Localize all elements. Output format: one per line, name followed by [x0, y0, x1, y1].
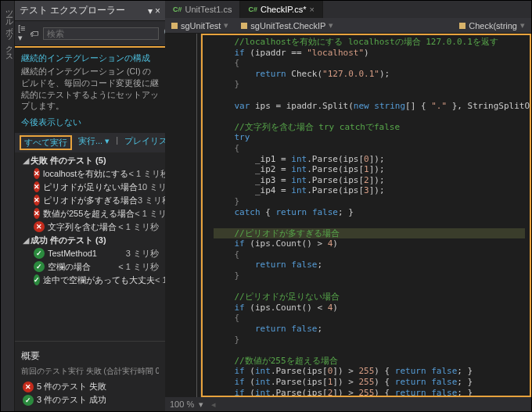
test-explorer-title: テスト エクスプローラー ▾ ×	[15, 1, 165, 21]
breadcrumb-item[interactable]: sgUnitTest ▾	[165, 20, 235, 30]
test-item[interactable]: ✓空欄の場合< 1 ミリ秒	[15, 260, 165, 274]
pass-icon: ✓	[34, 248, 45, 259]
namespace-icon	[171, 23, 178, 29]
test-group[interactable]: ◢ 失敗 件のテスト (5)	[15, 154, 165, 167]
pass-icon: ✓	[34, 261, 45, 272]
csharp-icon: C#	[248, 5, 257, 13]
test-group[interactable]: ◢ 成功 件のテスト (3)	[15, 234, 165, 247]
test-explorer-toolbar: [≡ ▾ 🏷 🔍	[15, 21, 165, 46]
run-toolbar: すべて実行 実行... ▾ | プレイリスト: すべての	[15, 133, 165, 152]
test-tree[interactable]: ◢ 失敗 件のテスト (5)✕localhostを有効にする< 1 ミリ秒✕ピリ…	[15, 152, 165, 341]
editor-tab[interactable]: C#CheckIP.cs* ×	[240, 1, 322, 18]
breadcrumb-item[interactable]: sgUnitTest.CheckIP ▾	[235, 20, 453, 30]
test-explorer-panel: テスト エクスプローラー ▾ × [≡ ▾ 🏷 🔍 継続的インテグレーションの構…	[15, 1, 165, 411]
test-item[interactable]: ✕localhostを有効にする< 1 ミリ秒	[15, 167, 165, 181]
filter-icon[interactable]: 🏷	[30, 29, 38, 38]
namespace-icon	[459, 23, 466, 29]
summary-title: 概要	[21, 349, 159, 363]
fail-icon: ✕	[23, 382, 34, 392]
breadcrumb: sgUnitTest ▾sgUnitTest.CheckIP ▾Check(st…	[165, 18, 531, 34]
fail-icon: ✕	[34, 221, 45, 232]
namespace-icon	[241, 23, 247, 29]
summary-fail-row: ✕ 5 件のテスト 失敗	[21, 380, 159, 393]
summary-pass-row: ✓ 3 件のテスト 成功	[21, 393, 159, 407]
test-item[interactable]: ✕ピリオドが足りない場合10 ミリ秒	[15, 181, 165, 194]
ci-title: 継続的インテグレーションの構成	[21, 52, 159, 64]
test-item[interactable]: ✕ピリオドが多すぎる場合3 ミリ秒	[15, 194, 165, 207]
test-item[interactable]: ✕数値が255を超える場合< 1 ミリ秒	[15, 207, 165, 220]
summary-last-run: 前回のテスト実行 失敗 (合計実行時間 0:00:…	[21, 366, 159, 377]
fail-icon: ✕	[34, 208, 40, 219]
playlist-menu[interactable]: プレイリスト: すべての	[124, 135, 165, 150]
run-all-button[interactable]: すべて実行	[20, 135, 72, 150]
zoom-level[interactable]: 100 %	[170, 399, 194, 409]
gutter	[165, 34, 201, 411]
pin-icon[interactable]: ▾ ×	[148, 5, 160, 16]
search-input[interactable]	[43, 27, 159, 40]
ci-dismiss-link[interactable]: 今後表示しない	[21, 116, 159, 128]
group-icon[interactable]: [≡ ▾	[18, 23, 25, 43]
editor-area: C#UnitTest1.csC#CheckIP.cs* × sgUnitTest…	[165, 1, 531, 411]
summary-fail-text: 5 件のテスト 失敗	[37, 381, 106, 392]
editor-tabs: C#UnitTest1.csC#CheckIP.cs* ×	[165, 1, 531, 18]
fail-icon: ✕	[34, 181, 40, 192]
code-wrap: //localhostを有効にする localhostの場合 127.0.0.1…	[165, 34, 531, 411]
fail-icon: ✕	[34, 168, 40, 179]
fail-icon: ✕	[34, 195, 40, 206]
vertical-tab-toolbox[interactable]: ツールボックス	[1, 1, 15, 411]
editor-tab[interactable]: C#UnitTest1.cs	[165, 1, 240, 18]
ci-body: 継続的インテグレーション (CI) のビルドを、毎回のコード変更後に継続的にテス…	[21, 66, 159, 112]
ci-info-box: 継続的インテグレーションの構成 継続的インテグレーション (CI) のビルドを、…	[15, 48, 165, 133]
test-item[interactable]: ✕文字列を含む場合< 1 ミリ秒	[15, 220, 165, 234]
pass-icon: ✓	[23, 395, 34, 406]
editor-statusbar: 100 % ▾ ◂	[165, 397, 531, 411]
panel-title-text: テスト エクスプローラー	[20, 4, 125, 17]
close-icon[interactable]: ×	[309, 5, 314, 14]
test-item[interactable]: ✓途中で空欄があっても大丈夫< 1 ミリ秒	[15, 274, 165, 287]
pass-icon: ✓	[34, 274, 40, 285]
run-menu[interactable]: 実行... ▾	[78, 135, 110, 150]
summary-pass-text: 3 件のテスト 成功	[37, 394, 106, 406]
code-editor[interactable]: //localhostを有効にする localhostの場合 127.0.0.1…	[201, 34, 531, 397]
test-item[interactable]: ✓TestMethod13 ミリ秒	[15, 247, 165, 260]
breadcrumb-item[interactable]: Check(string ▾	[453, 20, 531, 30]
summary-box: 概要 前回のテスト実行 失敗 (合計実行時間 0:00:… ✕ 5 件のテスト …	[15, 341, 165, 411]
csharp-icon: C#	[173, 5, 182, 13]
dropdown-icon[interactable]: ▾	[199, 399, 203, 410]
